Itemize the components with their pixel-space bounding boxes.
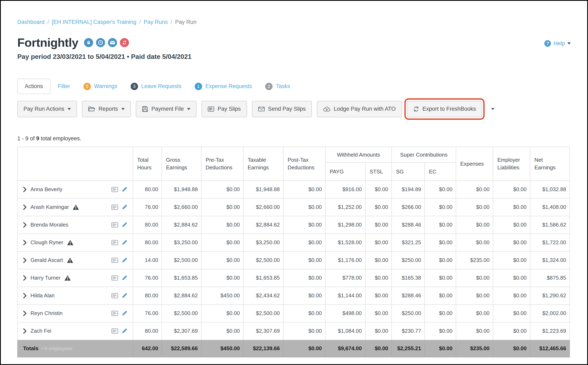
cell-net-earnings: $1,290.62: [530, 287, 570, 304]
button-payment-file[interactable]: Payment File: [136, 101, 197, 117]
edit-pencil-icon[interactable]: [122, 240, 127, 246]
employee-name-cell: Gerald Ascart: [17, 252, 133, 269]
tab-actions[interactable]: Actions: [17, 79, 51, 94]
total-expenses: $235.00: [456, 340, 493, 357]
employee-name[interactable]: Arash Kamingar: [30, 204, 69, 210]
expand-chevron-icon[interactable]: [23, 240, 27, 245]
button-lodge-pay-run-with-ato[interactable]: Lodge Pay Run with ATO: [317, 101, 402, 117]
cell-total-hours: 76.00: [133, 304, 162, 322]
payslip-icon[interactable]: [111, 240, 118, 245]
button-send-pay-slips[interactable]: Send Pay Slips: [252, 101, 312, 117]
expand-chevron-icon[interactable]: [23, 328, 27, 334]
tab-badge: 1: [195, 83, 202, 90]
warning-icon[interactable]: [67, 240, 73, 246]
breadcrumb-link[interactable]: Pay Runs: [144, 19, 168, 25]
payslip-icon[interactable]: [111, 328, 118, 334]
payslip-icon[interactable]: [111, 258, 118, 263]
payslip-icon[interactable]: [111, 293, 118, 298]
tab-filter[interactable]: Filter: [52, 79, 76, 94]
breadcrumb-link[interactable]: [EH INTERNAL] Casper's Training: [52, 19, 136, 25]
employee-row: Brenda Morales80.00$2,884.62$0.00$2,884.…: [17, 216, 570, 234]
column-header-employer-liabilities: Employer Liabilities: [493, 147, 530, 181]
cell-ec: $0.00: [425, 269, 456, 287]
button-pay-run-actions[interactable]: Pay Run Actions: [17, 101, 77, 117]
column-group-withheld-amounts: Withheld Amounts: [325, 147, 392, 162]
tab-warnings[interactable]: 5Warnings: [78, 79, 123, 94]
cell-taxable-earnings: $2,434.62: [243, 287, 283, 304]
sync-icon: [413, 106, 419, 112]
payslip-icon[interactable]: [111, 275, 118, 281]
button-export-to-freshbooks[interactable]: Export to FreshBooks: [407, 101, 482, 117]
cell-total-hours: 80.00: [133, 234, 162, 252]
edit-pencil-icon[interactable]: [122, 293, 127, 299]
summary-prefix: 1 - 9 of: [17, 135, 36, 141]
expand-chevron-icon[interactable]: [23, 222, 27, 228]
warning-icon[interactable]: [73, 204, 79, 210]
employee-row: Harry Turner76.00$1,653.85$0.00$1,653.85…: [17, 269, 570, 287]
cell-taxable-earnings: $2,307.69: [243, 322, 283, 340]
export-dropdown-caret-button[interactable]: [487, 101, 499, 117]
cell-sg: $194.89: [392, 181, 425, 198]
tab-tasks[interactable]: 2Tasks: [259, 79, 296, 94]
edit-pencil-icon[interactable]: [122, 275, 127, 281]
pay-period-subtitle: Pay period 23/03/2021 to 5/04/2021 • Pai…: [17, 53, 571, 61]
employee-name[interactable]: Gerald Ascart: [30, 257, 63, 263]
expand-chevron-icon[interactable]: [23, 258, 27, 263]
cell-gross-earnings: $2,500.00: [162, 252, 201, 269]
warning-icon[interactable]: [64, 275, 71, 281]
button-pay-slips[interactable]: Pay Slips: [202, 101, 247, 117]
tab-expense-requests[interactable]: 1Expense Requests: [189, 79, 258, 94]
cell-net-earnings: $1,586.62: [530, 216, 570, 234]
expand-chevron-icon[interactable]: [23, 293, 27, 298]
cell-payg: $1,084.00: [325, 322, 365, 340]
edit-pencil-icon[interactable]: [122, 222, 127, 228]
cell-expenses: $0.00: [456, 181, 493, 198]
payslip-icon[interactable]: [111, 311, 118, 316]
column-header-payg: PAYG: [325, 162, 365, 181]
cell-ec: $0.00: [425, 304, 456, 322]
employee-row: Zach Fei80.00$2,307.69$0.00$2,307.69$0.0…: [17, 322, 570, 340]
breadcrumb-separator: /: [47, 19, 49, 25]
edit-pencil-icon[interactable]: [122, 257, 127, 263]
cell-sg: $165.38: [392, 269, 425, 287]
employee-name[interactable]: Harry Turner: [30, 275, 61, 281]
employee-name[interactable]: Anna Beverly: [30, 186, 62, 193]
cell-employer-liabilities: $0.00: [493, 322, 530, 340]
expand-chevron-icon[interactable]: [23, 275, 27, 281]
employee-name[interactable]: Zach Fei: [30, 328, 51, 334]
edit-pencil-icon[interactable]: [122, 310, 127, 316]
payslip-icon[interactable]: [111, 187, 118, 192]
warning-icon[interactable]: [67, 257, 73, 263]
cell-post-tax-deductions: $0.00: [283, 198, 325, 216]
employee-name-wrapper: Brenda Morales: [23, 216, 127, 233]
button-reports[interactable]: Reports: [82, 101, 131, 117]
employee-name[interactable]: Clough Ryner: [30, 239, 63, 246]
employee-row: Clough Ryner80.00$3,250.00$0.00$3,250.00…: [17, 234, 570, 252]
tab-leave-requests[interactable]: 3Leave Requests: [125, 79, 187, 94]
total-gross-earnings: $22,589.66: [162, 340, 201, 357]
title-left: Fortnightly: [17, 36, 129, 49]
expand-chevron-icon[interactable]: [23, 311, 27, 316]
payslip-icon[interactable]: [111, 204, 118, 210]
edit-pencil-icon[interactable]: [122, 187, 127, 192]
employee-name[interactable]: Reyn Christin: [30, 310, 63, 316]
employee-name[interactable]: Brenda Morales: [30, 222, 68, 228]
cell-ec: $0.00: [425, 252, 456, 269]
expand-chevron-icon[interactable]: [23, 187, 27, 192]
cell-sg: $266.00: [392, 198, 425, 216]
totals-note: • 9 employees: [41, 346, 73, 351]
employee-name[interactable]: Hilda Alan: [30, 292, 55, 299]
help-menu[interactable]: ? Help: [544, 40, 571, 47]
expand-chevron-icon[interactable]: [23, 204, 27, 210]
payslip-icon[interactable]: [111, 222, 118, 228]
edit-pencil-icon[interactable]: [122, 328, 127, 334]
column-header-taxable-earnings: Taxable Earnings: [243, 147, 283, 181]
toolbar: Pay Run ActionsReportsPayment FilePay Sl…: [17, 101, 571, 117]
breadcrumb-link[interactable]: Dashboard: [17, 19, 44, 25]
cell-expenses: $0.00: [456, 269, 493, 287]
cell-gross-earnings: $2,500.00: [162, 304, 201, 322]
edit-pencil-icon[interactable]: [122, 204, 127, 210]
title-status-icons: [84, 38, 129, 47]
cell-stsl: $0.00: [365, 252, 392, 269]
employee-name-wrapper: Reyn Christin: [23, 305, 127, 322]
